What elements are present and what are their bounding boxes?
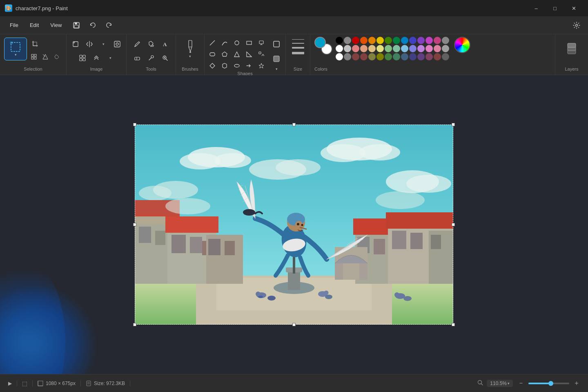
select-all-button[interactable]	[29, 51, 39, 62]
rotate-button[interactable]	[69, 38, 82, 51]
image-container[interactable]	[135, 125, 453, 325]
undo-button[interactable]	[86, 19, 99, 32]
palette-color-0-0[interactable]	[336, 37, 343, 44]
star-shape[interactable]	[256, 60, 267, 71]
palette-color-1-4[interactable]	[368, 45, 376, 52]
palette-color-1-0[interactable]	[336, 45, 343, 52]
palette-color-1-8[interactable]	[401, 45, 408, 52]
palette-color-1-9[interactable]	[409, 45, 416, 52]
palette-color-0-5[interactable]	[376, 37, 384, 44]
shape-dropdown[interactable]	[256, 38, 267, 48]
brush-tool[interactable]: ▾	[182, 38, 198, 60]
palette-color-2-9[interactable]	[409, 53, 416, 60]
palette-color-2-7[interactable]	[393, 53, 400, 60]
size-4px[interactable]	[292, 47, 304, 49]
flip-button[interactable]	[83, 38, 96, 51]
triangle-shape[interactable]	[232, 49, 242, 60]
palette-color-2-13[interactable]	[442, 53, 449, 60]
palette-color-0-3[interactable]	[360, 37, 368, 44]
handle-top-right[interactable]	[452, 123, 455, 126]
palette-color-1-11[interactable]	[425, 45, 433, 52]
palette-color-2-8[interactable]	[401, 53, 408, 60]
text-tool[interactable]: A	[158, 38, 172, 51]
minimize-button[interactable]: –	[527, 2, 546, 15]
ellipse-shape[interactable]	[232, 60, 242, 71]
pencil-tool[interactable]	[131, 38, 144, 51]
settings-button[interactable]	[570, 19, 583, 32]
eyedropper-tool[interactable]	[145, 51, 158, 65]
palette-color-2-0[interactable]	[336, 53, 343, 60]
handle-bottom-left[interactable]	[133, 323, 136, 326]
view-menu[interactable]: View	[45, 20, 67, 30]
palette-color-0-7[interactable]	[393, 37, 400, 44]
handle-middle-right[interactable]	[452, 223, 455, 226]
redo-button[interactable]	[102, 19, 116, 32]
diamond-shape[interactable]	[207, 60, 218, 71]
zoom-tool[interactable]	[158, 51, 172, 65]
palette-color-1-6[interactable]	[385, 45, 392, 52]
palette-color-1-1[interactable]	[344, 45, 351, 52]
palette-color-1-12[interactable]	[434, 45, 441, 52]
line-shape[interactable]	[207, 38, 218, 48]
circle-shape[interactable]	[232, 38, 242, 48]
palette-color-0-2[interactable]	[352, 37, 359, 44]
arrow-shape[interactable]	[244, 60, 254, 71]
color-picker-button[interactable]	[454, 37, 470, 53]
handle-top-left[interactable]	[133, 123, 136, 126]
crop-tool-button[interactable]	[29, 38, 42, 51]
rect-shape[interactable]	[244, 38, 254, 48]
maximize-button[interactable]: □	[546, 2, 564, 15]
outline-style-button[interactable]	[270, 38, 283, 51]
invert-select-button[interactable]	[40, 51, 51, 62]
fill-tool[interactable]	[145, 38, 158, 51]
palette-color-1-10[interactable]	[417, 45, 425, 52]
palette-color-2-3[interactable]	[360, 53, 368, 60]
palette-color-2-5[interactable]	[376, 53, 384, 60]
selection-tool-button[interactable]: ▾	[4, 38, 27, 60]
palette-color-0-9[interactable]	[409, 37, 416, 44]
palette-color-0-4[interactable]	[368, 37, 376, 44]
palette-color-2-2[interactable]	[352, 53, 359, 60]
fill-style-button[interactable]	[270, 52, 283, 65]
palette-color-2-10[interactable]	[417, 53, 425, 60]
select-canvas-button[interactable]	[111, 38, 124, 51]
arrow-button[interactable]	[90, 51, 103, 65]
size-6px[interactable]	[292, 52, 304, 54]
zoom-in-button[interactable]: ＋	[572, 379, 581, 388]
shape-style-dropdown[interactable]: ▾	[270, 67, 283, 71]
zoom-out-button[interactable]: －	[516, 379, 526, 388]
zoom-slider[interactable]	[528, 383, 569, 384]
palette-color-0-12[interactable]	[434, 37, 441, 44]
save-button[interactable]	[70, 19, 83, 32]
palette-color-0-13[interactable]	[442, 37, 449, 44]
palette-color-0-6[interactable]	[385, 37, 392, 44]
handle-top-center[interactable]	[292, 123, 296, 126]
palette-color-2-4[interactable]	[368, 53, 376, 60]
palette-color-2-1[interactable]	[344, 53, 351, 60]
palette-color-1-5[interactable]	[376, 45, 384, 52]
palette-color-0-1[interactable]	[344, 37, 351, 44]
hexagon-shape[interactable]	[219, 60, 230, 71]
palette-color-2-6[interactable]	[385, 53, 392, 60]
flip-dropdown[interactable]: ▾	[97, 38, 110, 51]
palette-color-0-10[interactable]	[417, 37, 425, 44]
curve-shape[interactable]	[219, 38, 230, 48]
eraser-tool[interactable]	[131, 51, 144, 65]
foreground-color-swatch[interactable]	[314, 37, 326, 48]
palette-color-1-13[interactable]	[442, 45, 449, 52]
free-select-button[interactable]	[51, 51, 62, 62]
arrow-dropdown2[interactable]: ▾	[104, 51, 117, 65]
close-button[interactable]: ✕	[564, 2, 583, 15]
handle-middle-left[interactable]	[133, 223, 136, 226]
palette-color-1-3[interactable]	[360, 45, 368, 52]
palette-color-0-8[interactable]	[401, 37, 408, 44]
edit-menu[interactable]: Edit	[25, 20, 44, 30]
more-shapes[interactable]	[256, 49, 267, 60]
pentagon-shape[interactable]	[219, 49, 230, 60]
right-triangle-shape[interactable]	[244, 49, 254, 60]
layers-button[interactable]	[564, 38, 580, 60]
handle-bottom-right[interactable]	[452, 323, 455, 326]
size-1px[interactable]	[292, 39, 304, 40]
handle-bottom-center[interactable]	[292, 323, 296, 326]
size-2px[interactable]	[292, 43, 304, 44]
